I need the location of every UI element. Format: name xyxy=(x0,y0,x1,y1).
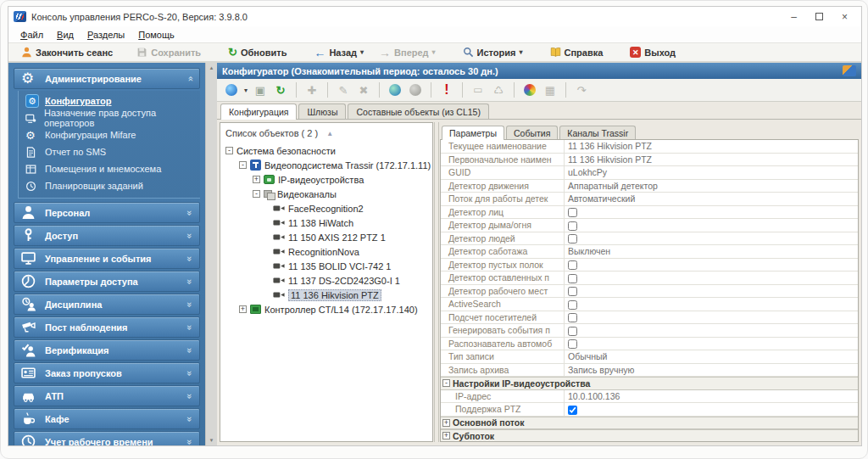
sidebar-section-surveillance[interactable]: Пост наблюдения » xyxy=(14,316,200,338)
sidebar-item-rooms-mnemoscheme[interactable]: Помещения и мнемосхема xyxy=(20,160,200,177)
collapse-box-icon[interactable]: - xyxy=(253,190,260,198)
menu-help[interactable]: Помощь xyxy=(133,28,180,42)
sidebar-section-discipline[interactable]: Дисциплина » xyxy=(14,294,200,315)
edit-button[interactable]: ✎ xyxy=(336,82,351,98)
tree-node-camera-recognitionnova[interactable]: RecognitionNova xyxy=(222,244,431,259)
property-group-main-stream[interactable]: +Основной поток xyxy=(441,417,858,430)
tree-node-camera-bolid[interactable]: 11 135 BOLID VCI-742 1 xyxy=(222,259,431,273)
tab-trassir-channels[interactable]: Каналы Trassir xyxy=(559,126,636,139)
tree-node-camera-hiwatch[interactable]: 11 138 HiWatch xyxy=(222,216,431,230)
ptz-support-checkbox[interactable] xyxy=(568,406,577,415)
sort-arrow-icon[interactable]: ▲ xyxy=(326,130,333,137)
history-button[interactable]: История ▾ xyxy=(457,45,529,59)
expand-box-icon[interactable]: + xyxy=(442,432,450,439)
collapse-chevron-icon[interactable]: » xyxy=(185,76,195,81)
section-header-icon[interactable] xyxy=(843,65,856,76)
expand-chevron-icon[interactable]: » xyxy=(185,416,195,421)
tab-configuration[interactable]: Конфигурация xyxy=(220,104,297,120)
tree-node-video-channels[interactable]: - Видеоканалы xyxy=(222,187,431,201)
vehicle-recognition-checkbox[interactable] xyxy=(568,339,577,349)
tree-node-trassir[interactable]: - Видеоподсистема Trassir (172.17.1.11) xyxy=(222,158,431,172)
add-button[interactable]: ✚ xyxy=(304,82,320,98)
upload-button[interactable] xyxy=(408,82,423,98)
forward-button[interactable]: → Вперед ▾ xyxy=(373,45,442,60)
menu-view[interactable]: Вид xyxy=(52,28,79,42)
search-devices-button[interactable] xyxy=(224,82,239,98)
back-button[interactable]: ← Назад ▾ xyxy=(308,45,370,60)
sidebar-item-task-scheduler[interactable]: Планировщик заданий xyxy=(20,177,200,194)
expand-chevron-icon[interactable]: » xyxy=(185,324,195,329)
scroll-up-icon[interactable]: ▲ xyxy=(209,65,214,70)
tab-events[interactable]: События xyxy=(506,126,558,139)
face-detector-checkbox[interactable] xyxy=(568,208,577,217)
smoke-fire-detector-checkbox[interactable] xyxy=(568,221,577,231)
tree-node-ip-devices[interactable]: + IP-видеоустройства xyxy=(222,172,431,187)
tree-node-camera-ds2cd[interactable]: 11 137 DS-2CD2423G0-I 1 xyxy=(222,273,431,288)
refresh-config-button[interactable]: ↻ xyxy=(273,82,288,98)
sidebar-item-sms-report[interactable]: Отчет по SMS xyxy=(20,143,200,160)
tree-node-camera-axis[interactable]: 11 150 AXIS 212 PTZ 1 xyxy=(222,230,431,244)
expand-chevron-icon[interactable]: » xyxy=(185,232,195,238)
menu-file[interactable]: Файл xyxy=(15,28,48,42)
tree-node-security-system[interactable]: - Система безопасности xyxy=(222,143,431,158)
sidebar-item-mifare-config[interactable]: ⚙ Конфигурация Mifare xyxy=(20,126,200,143)
expand-box-icon[interactable]: + xyxy=(442,419,450,427)
web-interface-button[interactable] xyxy=(387,82,403,98)
tree-node-camera-hikvision-ptz[interactable]: 11 136 Hikvision PTZ xyxy=(222,288,431,302)
tree-header[interactable]: Список объектов ( 2 ) ▲ xyxy=(222,126,431,143)
sidebar-section-verification[interactable]: Верификация » xyxy=(14,339,200,361)
expand-chevron-icon[interactable]: » xyxy=(185,370,195,375)
alert-button[interactable]: ! xyxy=(439,82,454,98)
transfer-button[interactable]: ▭ xyxy=(470,82,486,98)
activesearch-checkbox[interactable] xyxy=(568,300,577,310)
grid-button[interactable]: ▦ xyxy=(542,82,558,98)
sync-button[interactable]: ♺ xyxy=(491,82,506,98)
save-button[interactable]: Сохранить xyxy=(131,45,207,59)
end-session-button[interactable]: Закончить сеанс xyxy=(15,45,119,59)
generate-events-checkbox[interactable] xyxy=(568,327,577,336)
expand-chevron-icon[interactable]: » xyxy=(185,301,195,306)
tab-gateways[interactable]: Шлюзы xyxy=(298,104,346,119)
maximize-button[interactable] xyxy=(815,13,823,20)
expand-chevron-icon[interactable]: » xyxy=(185,393,195,398)
tree-node-controller[interactable]: + Контроллер CT/L14 (172.17.17.140) xyxy=(222,302,431,316)
export-button[interactable]: ▣ xyxy=(253,82,268,98)
expand-chevron-icon[interactable]: » xyxy=(185,255,195,260)
sidebar-item-configurator[interactable]: ⚙ Конфигуратор xyxy=(20,92,200,109)
sidebar-section-access-params[interactable]: Параметры доступа » xyxy=(14,271,200,292)
help-button[interactable]: Справка xyxy=(544,45,609,59)
sidebar-section-pass-orders[interactable]: Заказ пропусков » xyxy=(14,362,200,383)
sidebar-item-operator-rights[interactable]: Назначение прав доступа операторов xyxy=(20,109,200,126)
expand-box-icon[interactable]: + xyxy=(253,176,260,183)
menu-sections[interactable]: Разделы xyxy=(82,28,130,42)
sidebar-section-access[interactable]: Доступ » xyxy=(14,225,200,246)
sidebar-section-personnel[interactable]: Персонал » xyxy=(14,202,200,223)
property-group-substream[interactable]: +Субпоток xyxy=(441,429,858,442)
collapse-box-icon[interactable]: - xyxy=(442,379,450,387)
forward-dropdown-caret-icon[interactable]: ▾ xyxy=(432,48,436,56)
collapse-box-icon[interactable]: - xyxy=(225,147,233,154)
delete-button[interactable]: ✖ xyxy=(356,82,371,98)
visitor-count-checkbox[interactable] xyxy=(568,313,577,322)
minimize-button[interactable]: – xyxy=(791,12,797,22)
collapse-box-icon[interactable]: - xyxy=(239,161,247,169)
sidebar-section-atp[interactable]: АТП » xyxy=(14,385,200,406)
search-dropdown-caret-icon[interactable]: ▾ xyxy=(244,87,248,94)
panel-splitter[interactable] xyxy=(434,122,439,442)
sidebar-section-cafe[interactable]: Кафе » xyxy=(14,408,200,429)
sidebar-section-time-tracking[interactable]: Учет рабочего времени » xyxy=(14,431,200,445)
workplace-detector-checkbox[interactable] xyxy=(568,287,577,296)
sidebar-section-administration[interactable]: ⚙ Администрирование » xyxy=(14,68,200,89)
refresh-button[interactable]: ↻ Обновить xyxy=(222,45,292,59)
undo-button[interactable]: ↷ xyxy=(574,82,589,98)
people-detector-checkbox[interactable] xyxy=(568,234,577,243)
abandoned-items-detector-checkbox[interactable] xyxy=(568,274,577,283)
property-group-ip-device-settings[interactable]: -Настройки IP-видеоустройства xyxy=(441,377,858,390)
expand-chevron-icon[interactable]: » xyxy=(185,278,195,283)
sidebar-scrollbar[interactable]: ▲ ▼ xyxy=(205,63,217,445)
sidebar-section-management-events[interactable]: Управление и события » xyxy=(14,248,200,269)
expand-chevron-icon[interactable]: » xyxy=(185,347,195,352)
expand-box-icon[interactable]: + xyxy=(239,305,247,313)
scroll-down-icon[interactable]: ▼ xyxy=(209,438,214,443)
tree-node-camera-facerecognition2[interactable]: FaceRecognition2 xyxy=(222,201,431,216)
